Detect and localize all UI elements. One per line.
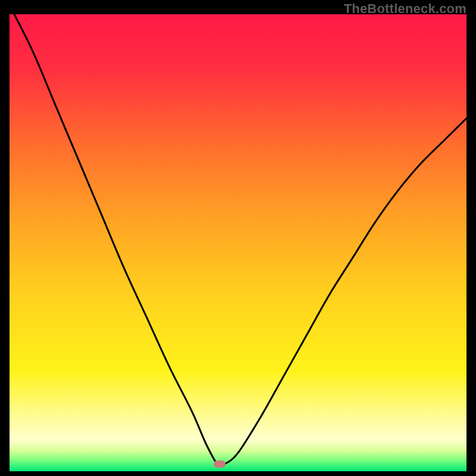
chart-frame	[10, 14, 466, 466]
watermark-text: TheBottleneck.com	[344, 1, 466, 17]
curve-layer	[10, 14, 466, 466]
optimum-marker	[214, 461, 226, 468]
bottleneck-curve	[10, 14, 466, 466]
plot-area	[10, 14, 466, 466]
